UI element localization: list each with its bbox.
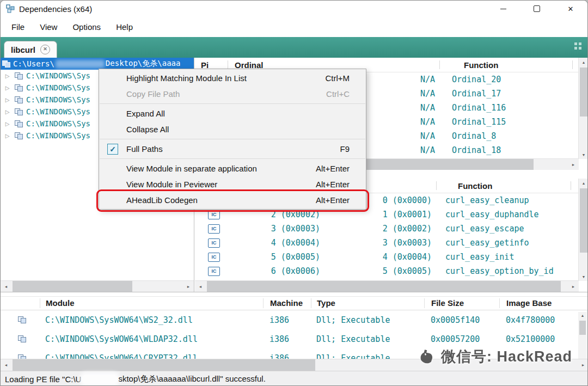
menu-help[interactable]: Help bbox=[108, 22, 140, 32]
dll-icon bbox=[15, 96, 23, 103]
module-type: Dll; Executable bbox=[311, 315, 424, 325]
export-row[interactable]: IC 3 (0x0003) 2 (0x0002) curl_easy_escap… bbox=[195, 222, 588, 236]
column-header-function[interactable]: Function bbox=[458, 181, 492, 191]
export-row[interactable]: IC 6 (0x0006) 5 (0x0005) curl_easy_optio… bbox=[195, 264, 588, 278]
scroll-down-icon[interactable]: ▼ bbox=[579, 150, 588, 159]
menu-item-shortcut: Ctrl+C bbox=[326, 89, 350, 99]
scroll-thumb[interactable] bbox=[580, 68, 587, 117]
menu-bar: File View Options Help bbox=[1, 17, 587, 37]
expander-icon[interactable]: ▷ bbox=[4, 85, 11, 91]
tree-item-label: C:\WINDOWS\Sys bbox=[26, 131, 90, 140]
export-hint: 1 (0x0001) bbox=[320, 210, 432, 219]
scroll-track[interactable] bbox=[206, 281, 568, 292]
window-controls: ✕ bbox=[486, 1, 587, 17]
export-row[interactable]: IC 5 (0x0005) 4 (0x0004) curl_easy_init bbox=[195, 250, 588, 264]
checked-checkbox-icon[interactable]: ✓ bbox=[107, 144, 118, 155]
status-bar: Loading PE file "C:\U sktop\免杀\aaaaaa\li… bbox=[1, 371, 588, 386]
scroll-right-icon[interactable]: ► bbox=[183, 281, 194, 292]
tree-root-selected[interactable]: C:\Users\ Desktop\免杀\aaaa bbox=[1, 58, 194, 70]
tab-close-icon[interactable]: ✕ bbox=[40, 45, 50, 54]
scroll-track[interactable] bbox=[579, 187, 588, 272]
import-function: Ordinal_8 bbox=[452, 131, 496, 141]
module-type: Dll; Executable bbox=[311, 334, 424, 344]
menu-item-label: View Module in Peviewer bbox=[126, 180, 305, 189]
imports-vertical-scrollbar[interactable]: ▲ ▼ bbox=[578, 58, 588, 159]
module-icon bbox=[2, 60, 10, 68]
scroll-thumb[interactable] bbox=[580, 188, 587, 253]
modules-vertical-scrollbar[interactable]: ▲ bbox=[578, 312, 587, 359]
expander-icon[interactable]: ▷ bbox=[4, 97, 11, 103]
import-function: Ordinal_115 bbox=[452, 117, 506, 127]
scroll-left-icon[interactable]: ◄ bbox=[1, 281, 11, 292]
scroll-down-icon[interactable]: ▼ bbox=[579, 272, 588, 281]
menu-item-collapse-all[interactable]: Collapse All bbox=[99, 121, 366, 137]
scroll-track[interactable] bbox=[579, 66, 588, 150]
module-row[interactable]: C:\WINDOWS\SysWOW64\WLDAP32.dll i386 Dll… bbox=[1, 329, 588, 348]
scroll-up-icon[interactable]: ▲ bbox=[578, 312, 587, 317]
module-machine: i386 bbox=[263, 334, 311, 344]
menu-file[interactable]: File bbox=[4, 22, 32, 32]
export-row[interactable]: IC 4 (0x0004) 3 (0x0003) curl_easy_getin… bbox=[195, 236, 588, 250]
import-function: Ordinal_20 bbox=[452, 75, 501, 84]
close-icon: ✕ bbox=[568, 5, 574, 13]
menu-item-full-paths[interactable]: ✓ Full Paths F9 bbox=[99, 141, 366, 157]
scroll-up-icon[interactable]: ▲ bbox=[579, 58, 588, 66]
tree-horizontal-scrollbar[interactable]: ◄ ► bbox=[1, 280, 194, 292]
column-header-machine[interactable]: Machine bbox=[263, 298, 311, 308]
column-header-function[interactable]: Function bbox=[464, 60, 498, 70]
close-button[interactable]: ✕ bbox=[554, 1, 587, 17]
menu-view[interactable]: View bbox=[32, 22, 65, 32]
column-header-ordinal[interactable]: Ordinal bbox=[235, 60, 264, 70]
menu-item-view-module-peviewer[interactable]: View Module in Peviewer Alt+Enter bbox=[99, 176, 366, 192]
minimize-button[interactable] bbox=[486, 1, 520, 17]
column-header-file-size[interactable]: File Size bbox=[424, 298, 499, 308]
scroll-left-icon[interactable]: ◄ bbox=[1, 359, 11, 371]
export-function: curl_easy_cleanup bbox=[445, 195, 529, 205]
scroll-right-icon[interactable]: ► bbox=[578, 359, 588, 371]
export-function: curl_easy_option_by_id bbox=[445, 266, 554, 276]
column-header-pi[interactable]: Pi bbox=[201, 60, 209, 70]
scroll-track[interactable] bbox=[11, 281, 183, 292]
expander-icon[interactable]: ▷ bbox=[4, 73, 11, 79]
menu-item-expand-all[interactable]: Expand All bbox=[99, 106, 366, 121]
menu-item-copy-file-path[interactable]: Copy File Path Ctrl+C bbox=[99, 86, 366, 102]
export-function: curl_easy_duphandle bbox=[445, 210, 539, 219]
menu-item-label: Collapse All bbox=[126, 125, 339, 134]
export-ordinal: 3 (0x0003) bbox=[220, 224, 320, 234]
scroll-right-icon[interactable]: ► bbox=[568, 281, 579, 292]
scroll-thumb[interactable] bbox=[13, 281, 132, 292]
maximize-icon bbox=[534, 5, 540, 12]
dll-icon bbox=[15, 108, 23, 115]
menu-item-highlight-matching[interactable]: Highlight Matching Module In List Ctrl+M bbox=[99, 70, 366, 86]
export-hint: 3 (0x0003) bbox=[320, 238, 432, 248]
scroll-thumb[interactable] bbox=[207, 281, 561, 292]
tab-list-icon[interactable] bbox=[574, 42, 582, 50]
tab-libcurl[interactable]: libcurl ✕ bbox=[4, 41, 57, 58]
scroll-right-icon[interactable]: ► bbox=[568, 159, 579, 170]
menu-item-label: Copy File Path bbox=[126, 89, 315, 99]
menu-item-aheadlib-codegen[interactable]: AHeadLib Codegen Alt+Enter bbox=[99, 192, 366, 208]
column-header-image-base[interactable]: Image Base bbox=[499, 298, 572, 308]
scroll-up-icon[interactable]: ▲ bbox=[579, 179, 588, 187]
ic-icon: IC bbox=[208, 224, 220, 234]
expander-icon[interactable]: ▷ bbox=[4, 121, 11, 127]
maximize-button[interactable] bbox=[520, 1, 554, 17]
menu-options[interactable]: Options bbox=[65, 22, 108, 32]
menu-item-label: AHeadLib Codegen bbox=[126, 195, 305, 205]
scroll-thumb[interactable] bbox=[13, 359, 315, 371]
expander-icon[interactable]: ▷ bbox=[4, 109, 11, 115]
exports-horizontal-scrollbar[interactable]: ◄ ► bbox=[195, 280, 579, 292]
column-header-type[interactable]: Type bbox=[311, 298, 424, 308]
scroll-left-icon[interactable]: ◄ bbox=[195, 281, 206, 292]
menu-separator bbox=[100, 158, 365, 159]
module-row[interactable]: C:\WINDOWS\SysWOW64\WS2_32.dll i386 Dll;… bbox=[1, 310, 588, 329]
scroll-thumb[interactable] bbox=[579, 321, 586, 335]
column-divider bbox=[439, 60, 440, 69]
title-bar: Dependencies (x64) ✕ bbox=[1, 1, 587, 17]
column-header-module[interactable]: Module bbox=[40, 298, 263, 308]
expander-icon[interactable]: ▷ bbox=[4, 133, 11, 139]
module-machine: i386 bbox=[263, 315, 311, 325]
menu-item-view-module-separate[interactable]: View Module in separate application Alt+… bbox=[99, 161, 366, 176]
exports-vertical-scrollbar[interactable]: ▲ ▼ bbox=[578, 179, 588, 281]
menu-item-shortcut: Alt+Enter bbox=[316, 164, 350, 173]
